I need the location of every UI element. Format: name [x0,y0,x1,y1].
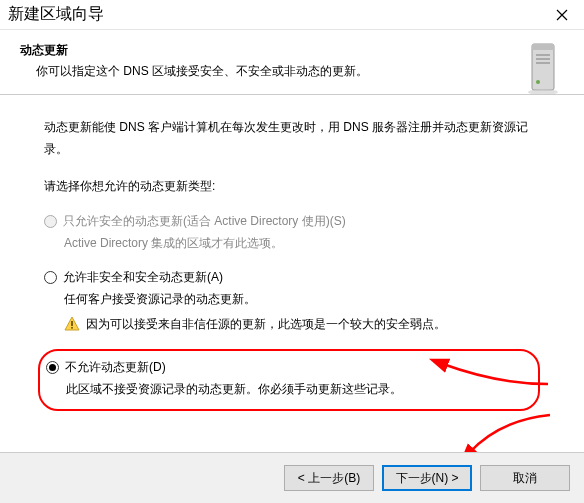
titlebar: 新建区域向导 [0,0,584,30]
svg-point-6 [528,89,558,95]
radio-secure-only [44,215,57,228]
svg-rect-4 [536,62,550,64]
svg-rect-3 [536,58,550,60]
wizard-header: 动态更新 你可以指定这个 DNS 区域接受安全、不安全或非动态的更新。 [0,30,584,95]
description-text: 动态更新能使 DNS 客户端计算机在每次发生更改时，用 DNS 服务器注册并动态… [44,117,540,160]
window-title: 新建区域向导 [8,4,104,25]
server-icon [522,40,564,98]
option-nonsecure-secure[interactable]: 允许非安全和安全动态更新(A) 任何客户接受资源记录的动态更新。 因为可以接受来… [44,269,540,332]
warning-icon [64,316,80,332]
close-button[interactable] [539,0,584,30]
header-title: 动态更新 [20,42,564,59]
option-no-dynamic-label: 不允许动态更新(D) [65,359,166,376]
svg-rect-2 [536,54,550,56]
option-secure-only-label: 只允许安全的动态更新(适合 Active Directory 使用)(S) [63,213,346,230]
option-secure-only: 只允许安全的动态更新(适合 Active Directory 使用)(S) Ac… [44,213,540,253]
svg-rect-8 [71,327,73,329]
option-secure-only-sub: Active Directory 集成的区域才有此选项。 [44,234,540,253]
option-nonsecure-warning: 因为可以接受来自非信任源的更新，此选项是一个较大的安全弱点。 [86,316,446,333]
back-button[interactable]: < 上一步(B) [284,465,374,491]
prompt-text: 请选择你想允许的动态更新类型: [44,178,540,195]
annotation-arrow-option [438,354,558,398]
svg-rect-7 [71,321,73,326]
next-button[interactable]: 下一步(N) > [382,465,472,491]
svg-rect-0 [532,44,554,90]
radio-no-dynamic[interactable] [46,361,59,374]
header-subtitle: 你可以指定这个 DNS 区域接受安全、不安全或非动态的更新。 [20,63,564,80]
close-icon [556,9,568,21]
cancel-button[interactable]: 取消 [480,465,570,491]
option-nonsecure-sub: 任何客户接受资源记录的动态更新。 [44,290,540,309]
svg-rect-1 [532,44,554,50]
option-nonsecure-label: 允许非安全和安全动态更新(A) [63,269,223,286]
svg-point-5 [536,80,540,84]
radio-nonsecure-secure[interactable] [44,271,57,284]
wizard-footer: < 上一步(B) 下一步(N) > 取消 [0,452,584,503]
